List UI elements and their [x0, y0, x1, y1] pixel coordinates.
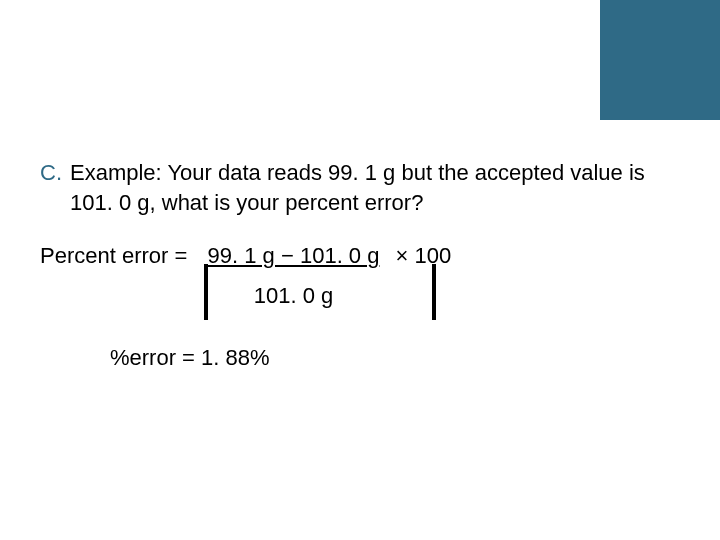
abs-bar-left — [204, 264, 208, 320]
numerator: 99. 1 g − 101. 0 g — [206, 243, 382, 271]
times-100: × 100 — [395, 243, 451, 269]
corner-accent-square — [600, 0, 720, 120]
percent-error-formula: Percent error = 99. 1 g − 101. 0 g 101. … — [40, 243, 680, 309]
slide-content: C. Example: Your data reads 99. 1 g but … — [40, 158, 680, 371]
example-text: Example: Your data reads 99. 1 g but the… — [70, 158, 680, 217]
result-line: %error = 1. 88% — [110, 345, 680, 371]
denominator: 101. 0 g — [254, 283, 334, 309]
fraction: 99. 1 g − 101. 0 g 101. 0 g — [206, 243, 382, 309]
abs-bar-right — [432, 264, 436, 320]
list-letter: C. — [40, 158, 70, 188]
formula-label: Percent error = — [40, 243, 187, 269]
example-list-item: C. Example: Your data reads 99. 1 g but … — [40, 158, 680, 217]
absolute-value-group: 99. 1 g − 101. 0 g 101. 0 g — [200, 243, 388, 309]
